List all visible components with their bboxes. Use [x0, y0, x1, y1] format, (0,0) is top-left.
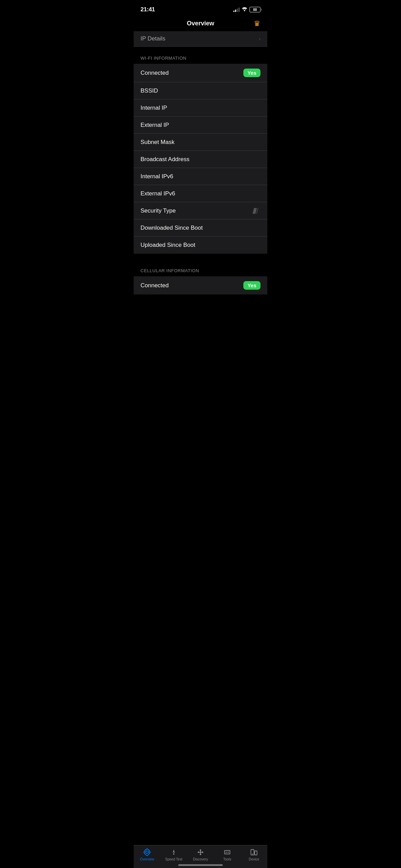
- status-icons: 88: [233, 7, 260, 12]
- wifi-external-ipv6-row[interactable]: External IPv6: [134, 185, 267, 202]
- wifi-broadcast-row[interactable]: Broadcast Address: [134, 151, 267, 168]
- wifi-internal-ipv6-label: Internal IPv6: [141, 173, 173, 180]
- svg-point-0: [244, 10, 245, 11]
- wifi-subnet-mask-row[interactable]: Subnet Mask: [134, 134, 267, 151]
- signal-icon: [233, 7, 240, 12]
- ip-details-label: IP Details: [141, 35, 165, 42]
- scroll-content: IP Details › WI-FI INFORMATION Connected…: [134, 31, 267, 325]
- nav-bar: Overview ♛: [134, 17, 267, 31]
- wifi-security-type-row[interactable]: Security Type ▊▏: [134, 202, 267, 219]
- cellular-connected-label: Connected: [141, 282, 169, 289]
- wifi-downloaded-row[interactable]: Downloaded Since Boot: [134, 219, 267, 237]
- wifi-internal-ip-label: Internal IP: [141, 105, 167, 111]
- wifi-bssid-label: BSSID: [141, 87, 158, 94]
- cellular-section-header: CELLULAR INFORMATION: [134, 259, 267, 276]
- wifi-external-ip-row[interactable]: External IP: [134, 117, 267, 134]
- status-time: 21:41: [141, 6, 155, 13]
- battery-icon: 88: [250, 7, 260, 12]
- cellular-section-title: CELLULAR INFORMATION: [141, 268, 199, 273]
- wifi-connected-label: Connected: [141, 70, 169, 76]
- ip-details-row[interactable]: IP Details ›: [134, 31, 267, 47]
- wifi-connected-row[interactable]: Connected Yes: [134, 64, 267, 82]
- wifi-uploaded-label: Uploaded Since Boot: [141, 242, 195, 249]
- wifi-info-group: Connected Yes BSSID Internal IP External…: [134, 64, 267, 254]
- wifi-internal-ipv6-row[interactable]: Internal IPv6: [134, 168, 267, 185]
- wifi-downloaded-label: Downloaded Since Boot: [141, 225, 203, 231]
- wifi-connected-badge: Yes: [243, 69, 260, 77]
- crown-icon[interactable]: ♛: [254, 19, 260, 28]
- nav-title: Overview: [187, 20, 214, 27]
- wifi-external-ip-label: External IP: [141, 122, 169, 129]
- wifi-security-type-label: Security Type: [141, 207, 176, 214]
- chevron-right-icon: ›: [259, 36, 260, 41]
- wifi-bssid-row[interactable]: BSSID: [134, 82, 267, 99]
- wifi-icon: [242, 7, 247, 12]
- wifi-uploaded-row[interactable]: Uploaded Since Boot: [134, 237, 267, 254]
- wifi-security-type-value: ▊▏: [253, 208, 260, 214]
- cellular-connected-badge: Yes: [243, 281, 260, 290]
- wifi-section-header: WI-FI INFORMATION: [134, 47, 267, 64]
- cellular-connected-row[interactable]: Connected Yes: [134, 276, 267, 294]
- wifi-external-ipv6-label: External IPv6: [141, 190, 175, 197]
- status-bar: 21:41 88: [134, 0, 267, 17]
- wifi-internal-ip-row[interactable]: Internal IP: [134, 99, 267, 117]
- wifi-section-title: WI-FI INFORMATION: [141, 56, 186, 61]
- wifi-broadcast-label: Broadcast Address: [141, 156, 190, 163]
- wifi-subnet-mask-label: Subnet Mask: [141, 139, 174, 146]
